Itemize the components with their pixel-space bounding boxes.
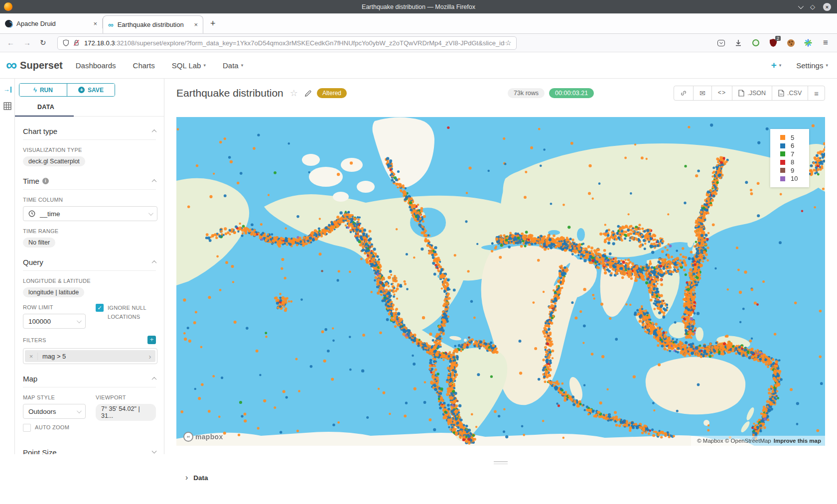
- superset-logo-icon[interactable]: ∞: [6, 59, 17, 72]
- email-button[interactable]: ✉: [694, 86, 712, 100]
- tab-earthquake-distribution[interactable]: ∞ Earthquake distribution ×: [103, 15, 203, 33]
- section-point-size[interactable]: Point Size: [23, 445, 156, 454]
- legend-entry[interactable]: 10: [770, 175, 809, 183]
- chevron-right-icon[interactable]: ›: [144, 352, 155, 361]
- data-results-expander[interactable]: › Data: [176, 474, 825, 482]
- legend-entry[interactable]: 6: [770, 142, 809, 150]
- filter-chip[interactable]: × mag > 5 ›: [25, 350, 155, 362]
- envelope-icon: ✉: [699, 89, 705, 97]
- application-window: Earthquake distribution — Mozilla Firefo…: [0, 0, 837, 504]
- viz-type-label: VISUALIZATION TYPE: [23, 147, 156, 153]
- cookie-extension-icon[interactable]: [786, 38, 795, 47]
- forward-button[interactable]: →: [23, 38, 31, 47]
- shield-permissions-icon[interactable]: [62, 39, 70, 47]
- query-timer-badge: 00:00:03.21: [549, 88, 594, 98]
- extension-green-icon[interactable]: [751, 38, 760, 47]
- section-time[interactable]: Timei: [23, 173, 156, 188]
- superset-favicon-icon: ∞: [108, 21, 114, 28]
- panel-resize-handle[interactable]: [494, 461, 508, 466]
- run-button[interactable]: ϟ RUN: [19, 84, 67, 96]
- legend-swatch-icon: [780, 176, 785, 181]
- tab-close-icon[interactable]: ×: [194, 21, 198, 28]
- new-tab-button[interactable]: +: [210, 18, 216, 29]
- embed-code-button[interactable]: <>: [712, 86, 732, 100]
- datasource-grid-icon[interactable]: [3, 102, 11, 110]
- viz-type-value[interactable]: deck.gl Scatterplot: [23, 156, 85, 166]
- copy-link-button[interactable]: [674, 86, 694, 100]
- legend-label: 6: [791, 142, 794, 149]
- window-close-button[interactable]: ×: [823, 3, 831, 11]
- map-style-label: MAP STYLE: [23, 394, 86, 400]
- legend-entry[interactable]: 9: [770, 166, 809, 175]
- time-column-select[interactable]: __time: [23, 206, 157, 221]
- legend-entry[interactable]: 7: [770, 150, 809, 158]
- ignore-null-checkbox[interactable]: ✓: [96, 304, 104, 312]
- improve-map-link[interactable]: Improve this map: [774, 438, 821, 444]
- nav-item-sql-lab[interactable]: SQL Lab▾: [172, 61, 206, 70]
- control-panel-sidebar: ϟ RUN + SAVE DATA Chart type VISUALIZATI…: [15, 79, 164, 454]
- back-button[interactable]: ←: [7, 38, 14, 47]
- superset-brand[interactable]: Superset: [20, 60, 63, 71]
- add-new-button[interactable]: +▾: [771, 60, 782, 71]
- settings-menu[interactable]: Settings▾: [796, 61, 828, 70]
- nav-item-data[interactable]: Data▾: [223, 61, 243, 70]
- lonlat-value[interactable]: longitude | latitude: [23, 287, 84, 297]
- chevron-up-icon: [152, 129, 157, 134]
- export-csv-button[interactable]: .CSV: [772, 86, 808, 100]
- chevron-down-icon: [148, 211, 153, 216]
- link-icon: [680, 90, 687, 97]
- nav-item-charts[interactable]: Charts: [133, 61, 155, 70]
- legend-label: 8: [791, 158, 794, 166]
- row-limit-label: ROW LIMIT: [23, 304, 86, 310]
- menu-icon[interactable]: ≡: [821, 38, 830, 47]
- window-maximize-button[interactable]: ◇: [810, 3, 815, 10]
- deckgl-scatter-map[interactable]: 5678910 mapbox © Mapbox © OpenStreetMap …: [176, 117, 825, 446]
- collapse-panel-icon[interactable]: →: [3, 86, 11, 93]
- legend-swatch-icon: [780, 143, 785, 148]
- earthquake-scatter-layer: [176, 117, 825, 446]
- tab-data[interactable]: DATA: [37, 104, 54, 111]
- bookmark-star-icon[interactable]: ☆: [505, 39, 512, 47]
- row-limit-select[interactable]: 100000: [23, 314, 86, 329]
- viewport-label: VIEWPORT: [96, 394, 156, 400]
- chevron-down-icon: [152, 448, 157, 453]
- url-bar[interactable]: 172.18.0.3 :32108/superset/explore/?form…: [57, 36, 517, 50]
- chevron-down-icon: ▾: [241, 63, 244, 68]
- map-style-select[interactable]: Outdoors: [23, 404, 86, 419]
- auto-zoom-checkbox[interactable]: [23, 424, 31, 432]
- remove-filter-icon[interactable]: ×: [25, 353, 38, 360]
- legend-label: 10: [791, 175, 798, 182]
- tab-apache-druid[interactable]: Apache Druid ×: [0, 13, 102, 33]
- divider: [23, 139, 156, 140]
- bolt-icon: ϟ: [33, 86, 37, 94]
- legend-label: 5: [791, 134, 794, 141]
- filters-box: × mag > 5 ›: [23, 348, 157, 364]
- attribution-text[interactable]: © Mapbox © OpenStreetMap: [697, 438, 771, 444]
- viewport-value[interactable]: 7° 35' 54.02" | 31...: [96, 404, 156, 421]
- legend-entry[interactable]: 8: [770, 158, 809, 167]
- download-icon[interactable]: [734, 38, 743, 47]
- reload-button[interactable]: ↻: [40, 38, 46, 47]
- add-filter-button[interactable]: +: [147, 336, 156, 344]
- favorite-star-icon[interactable]: ☆: [290, 88, 298, 99]
- window-minimize-button[interactable]: [798, 3, 802, 10]
- chevron-up-icon: [152, 179, 157, 184]
- pocket-icon[interactable]: [716, 38, 725, 47]
- edit-pencil-icon[interactable]: [304, 90, 312, 97]
- chevron-down-icon: [77, 408, 82, 413]
- legend-entry[interactable]: 5: [770, 133, 809, 142]
- section-map[interactable]: Map: [23, 371, 156, 386]
- more-options-button[interactable]: ≡: [808, 86, 825, 100]
- mapbox-logo[interactable]: mapbox: [183, 432, 223, 442]
- insecure-lock-icon[interactable]: [73, 39, 80, 47]
- legend-swatch-icon: [780, 135, 785, 140]
- export-json-button[interactable]: .JSON: [732, 86, 772, 100]
- tab-close-icon[interactable]: ×: [93, 20, 97, 27]
- time-range-value[interactable]: No filter: [23, 238, 55, 248]
- nav-item-dashboards[interactable]: Dashboards: [76, 61, 116, 70]
- colorful-asterisk-extension-icon[interactable]: [804, 38, 813, 47]
- section-chart-type[interactable]: Chart type: [23, 124, 156, 138]
- save-button[interactable]: + SAVE: [67, 84, 115, 96]
- ublock-shield-icon[interactable]: 2: [769, 38, 778, 47]
- section-query[interactable]: Query: [23, 254, 156, 269]
